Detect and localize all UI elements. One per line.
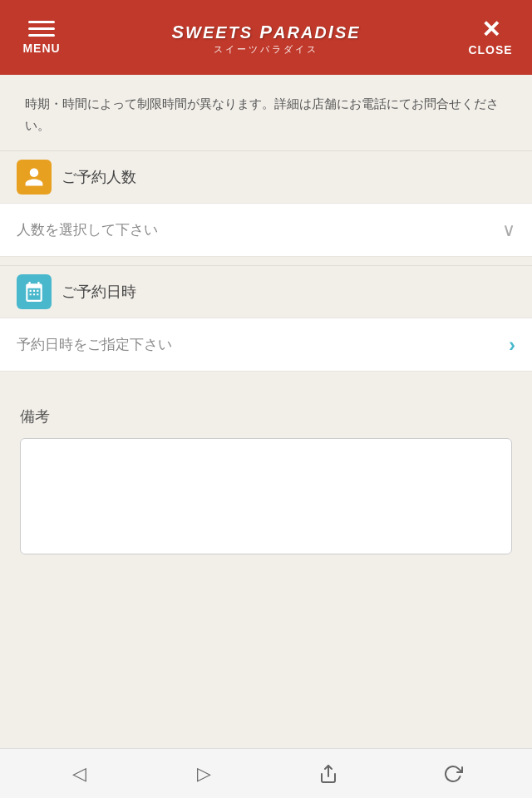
bottom-navigation: ◁ ▷ bbox=[0, 748, 532, 798]
refresh-icon bbox=[443, 764, 463, 784]
share-button[interactable] bbox=[308, 756, 349, 792]
datetime-header: ご予約日時 bbox=[0, 265, 532, 318]
hamburger-line bbox=[28, 34, 55, 37]
back-icon: ◁ bbox=[72, 763, 86, 785]
datetime-icon-box bbox=[17, 274, 52, 309]
notice-text: 時期・時間によって制限時間が異なります。詳細は店舗にお電話にてお問合せください。 bbox=[25, 93, 507, 135]
close-icon: ✕ bbox=[481, 18, 500, 42]
datetime-title: ご予約日時 bbox=[62, 282, 136, 302]
datetime-selector[interactable]: 予約日時をご指定下さい › bbox=[0, 318, 532, 372]
party-size-header: ご予約人数 bbox=[0, 150, 532, 203]
logo-subtitle: スイーツパラダイス bbox=[171, 43, 360, 56]
close-label: CLOSE bbox=[468, 43, 512, 57]
chevron-down-icon: ∨ bbox=[502, 219, 515, 241]
app-header: MENU SWEETS PARADISE スイーツパラダイス ✕ CLOSE bbox=[0, 0, 532, 75]
notice-section: 時期・時間によって制限時間が異なります。詳細は店舗にお電話にてお問合せください。 bbox=[0, 75, 532, 150]
refresh-button[interactable] bbox=[432, 756, 474, 792]
menu-button[interactable]: MENU bbox=[8, 21, 75, 55]
remarks-section: 備考 bbox=[0, 387, 532, 571]
remarks-textarea[interactable] bbox=[20, 438, 512, 554]
party-size-dropdown[interactable]: 人数を選択して下さい ∨ bbox=[0, 203, 532, 257]
section-gap-1 bbox=[0, 257, 532, 265]
forward-icon: ▷ bbox=[197, 763, 211, 785]
party-size-placeholder: 人数を選択して下さい bbox=[17, 220, 158, 239]
chevron-right-icon: › bbox=[509, 333, 515, 357]
person-icon bbox=[23, 166, 45, 188]
hamburger-line bbox=[28, 27, 55, 30]
remarks-label: 備考 bbox=[20, 406, 512, 426]
hamburger-icon bbox=[28, 21, 55, 37]
close-button[interactable]: ✕ CLOSE bbox=[457, 18, 524, 57]
menu-label: MENU bbox=[22, 42, 60, 55]
section-gap-2 bbox=[0, 372, 532, 380]
share-icon bbox=[318, 764, 338, 784]
party-size-icon-box bbox=[17, 160, 52, 195]
hamburger-line bbox=[28, 21, 55, 23]
main-content: 時期・時間によって制限時間が異なります。詳細は店舗にお電話にてお問合せください。… bbox=[0, 75, 532, 748]
calendar-icon bbox=[23, 281, 45, 303]
logo-title: SWEETS PARADISE bbox=[171, 19, 360, 43]
forward-button[interactable]: ▷ bbox=[183, 756, 224, 792]
datetime-placeholder: 予約日時をご指定下さい bbox=[17, 335, 172, 354]
back-button[interactable]: ◁ bbox=[58, 756, 100, 792]
party-size-title: ご予約人数 bbox=[62, 167, 136, 187]
app-logo: SWEETS PARADISE スイーツパラダイス bbox=[171, 19, 360, 56]
